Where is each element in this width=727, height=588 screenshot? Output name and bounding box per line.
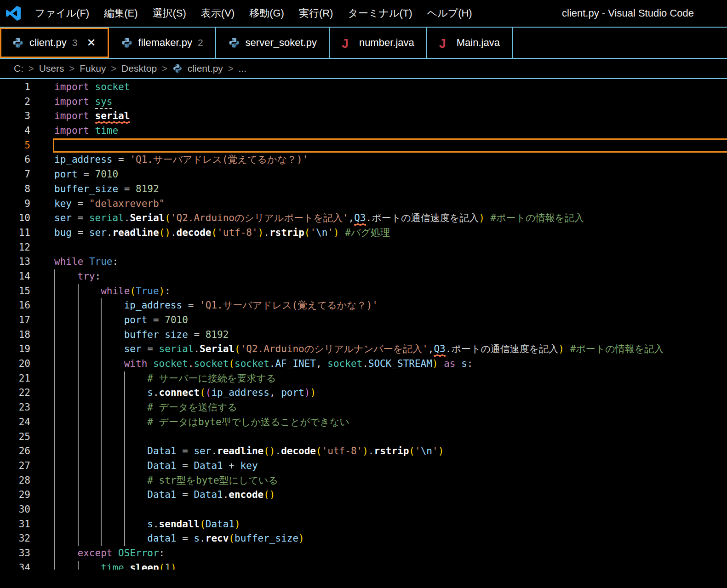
line-number[interactable]: 20	[0, 357, 30, 371]
code-line-content[interactable]: key = "delaxreverb"	[54, 197, 727, 211]
menu-item[interactable]: ファイル(F)	[28, 0, 97, 27]
code-line-content[interactable]: # データはbyte型でしか送ることができない	[54, 415, 727, 430]
code-token: :	[95, 271, 101, 282]
code-line-content[interactable]: bug = ser.readline().decode('utf-8').rst…	[54, 226, 727, 240]
code-line-content[interactable]: # サーバーに接続を要求する	[54, 371, 727, 386]
line-number[interactable]: 9	[0, 197, 30, 211]
line-number[interactable]: 17	[0, 313, 30, 328]
tab-number.java[interactable]: Jnumber.java	[330, 28, 427, 58]
breadcrumb-item[interactable]: Fukuy	[80, 63, 106, 74]
line-number[interactable]: 18	[0, 328, 30, 343]
breadcrumb-file[interactable]: client.py	[188, 63, 223, 74]
line-number[interactable]: 4	[0, 124, 30, 138]
code-line-content[interactable]: Data1 = Data1.encode()	[54, 488, 727, 502]
code-line-content[interactable]: ip_address = 'Q1.サーバアドレス(覚えてるかな？)'	[54, 298, 727, 313]
line-number[interactable]: 21	[0, 371, 30, 386]
code-line-content[interactable]: try:	[54, 269, 727, 284]
code-line-content[interactable]: import sys	[54, 95, 727, 109]
code-line-content[interactable]: s.sendall(Data1)	[54, 517, 727, 532]
code-line-content[interactable]: Data1 = Data1 + key	[54, 459, 727, 474]
code-line-content[interactable]: except OSError:	[54, 546, 727, 561]
line-number[interactable]: 27	[0, 459, 30, 474]
line-number[interactable]: 28	[0, 474, 30, 488]
line-number[interactable]: 14	[0, 269, 30, 284]
line-number[interactable]: 5	[0, 138, 30, 153]
menu-item[interactable]: 表示(V)	[194, 0, 242, 27]
code-line-content[interactable]: s.connect((ip_address, port))	[54, 386, 727, 400]
code-line-content[interactable]: port = 7010	[54, 313, 727, 328]
code-line-content[interactable]	[54, 138, 727, 153]
line-number[interactable]: 29	[0, 488, 30, 502]
indent-guide	[54, 561, 55, 570]
breadcrumb-item[interactable]: Desktop	[121, 63, 157, 74]
line-number[interactable]: 24	[0, 415, 30, 430]
code-line-content[interactable]: # データを送信する	[54, 400, 727, 415]
tab-server_soket.py[interactable]: server_soket.py	[216, 28, 330, 58]
menu-item[interactable]: ターミナル(T)	[340, 0, 419, 27]
menu-item[interactable]: 実行(R)	[292, 0, 341, 27]
tab-label: Main.java	[457, 37, 500, 49]
code-line-content[interactable]	[54, 240, 727, 255]
menu-item[interactable]: 編集(E)	[97, 0, 145, 27]
code-line-content[interactable]: import time	[54, 124, 727, 138]
code-line-content[interactable]	[54, 430, 727, 445]
line-number[interactable]: 15	[0, 284, 30, 299]
line-number[interactable]: 2	[0, 95, 30, 109]
code-line-content[interactable]: time.sleep(1)	[54, 561, 727, 570]
editor[interactable]: 1import socket2import sys3import serial4…	[0, 79, 727, 570]
code-token: 7010	[165, 314, 188, 325]
line-number[interactable]: 19	[0, 342, 30, 357]
code-line-content[interactable]: port = 7010	[54, 167, 727, 182]
menu-item[interactable]: ヘルプ(H)	[420, 0, 480, 27]
code-token: 8192	[206, 329, 229, 340]
code-line-content[interactable]: # str型をbyte型にしている	[54, 474, 727, 488]
breadcrumb-item[interactable]: C:	[14, 63, 23, 74]
code-line-content[interactable]: with socket.socket(socket.AF_INET, socke…	[54, 357, 727, 371]
breadcrumb-tail[interactable]: ...	[239, 63, 247, 74]
line-number[interactable]: 6	[0, 153, 30, 167]
line-number[interactable]: 16	[0, 298, 30, 313]
code-line-content[interactable]: ser = serial.Serial('Q2.Arduinoのシリアルナンバー…	[54, 342, 727, 357]
code-line-content[interactable]	[54, 502, 727, 517]
code-line-content[interactable]: buffer_size = 8192	[54, 328, 727, 343]
line-number[interactable]: 34	[0, 561, 30, 570]
line-number[interactable]: 23	[0, 400, 30, 415]
code-line-content[interactable]: import socket	[54, 80, 727, 95]
code-line-content[interactable]: while(True):	[54, 284, 727, 299]
code-token: decode	[177, 227, 212, 238]
tab-client.py[interactable]: client.py3✕	[0, 28, 109, 58]
code-line-content[interactable]: while True:	[54, 255, 727, 269]
code-line-content[interactable]: ser = serial.Serial('Q2.Arduinoのシリアルポートを…	[54, 211, 727, 226]
line-number[interactable]: 10	[0, 211, 30, 226]
line-number[interactable]: 11	[0, 226, 30, 240]
menu-item[interactable]: 選択(S)	[145, 0, 193, 27]
breadcrumb-item[interactable]: Users	[39, 63, 64, 74]
tab-badge: 3	[72, 37, 78, 48]
line-number[interactable]: 12	[0, 240, 30, 255]
code-token: .	[275, 445, 281, 457]
line-number[interactable]: 3	[0, 109, 30, 124]
code-line-content[interactable]: Data1 = ser.readline().decode('utf-8').r…	[54, 444, 727, 459]
line-number[interactable]: 8	[0, 182, 30, 197]
code-line-content[interactable]: data1 = s.recv(buffer_size)	[54, 531, 727, 546]
line-number[interactable]: 32	[0, 531, 30, 546]
line-number[interactable]: 22	[0, 386, 30, 400]
line-number[interactable]: 33	[0, 546, 30, 561]
tab-filemaker.py[interactable]: filemaker.py2	[109, 28, 216, 58]
code-token: )	[558, 343, 564, 354]
tab-Main.java[interactable]: JMain.java	[427, 28, 513, 58]
code-token: (	[409, 445, 415, 457]
line-number[interactable]: 25	[0, 430, 30, 445]
code-line-content[interactable]: import serial	[54, 109, 727, 124]
line-number[interactable]: 30	[0, 502, 30, 517]
line-number[interactable]: 31	[0, 517, 30, 532]
line-number[interactable]: 7	[0, 167, 30, 182]
line-number[interactable]: 26	[0, 444, 30, 459]
close-icon[interactable]: ✕	[86, 36, 96, 49]
line-number[interactable]: 13	[0, 255, 30, 269]
code-line-content[interactable]: ip_address = 'Q1.サーバアドレス(覚えてるかな？)'	[54, 153, 727, 167]
menu-item[interactable]: 移動(G)	[242, 0, 292, 27]
indent-guide	[101, 444, 102, 459]
line-number[interactable]: 1	[0, 80, 30, 95]
code-line-content[interactable]: buffer_size = 8192	[54, 182, 727, 197]
